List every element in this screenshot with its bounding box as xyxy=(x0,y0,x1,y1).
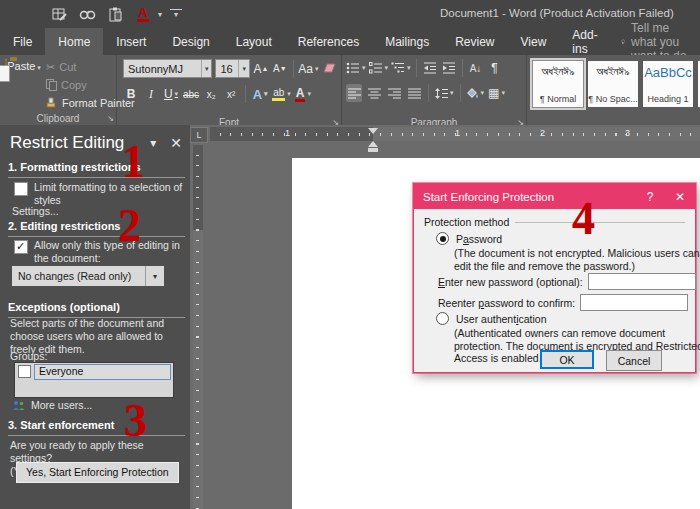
tab-layout[interactable]: Layout xyxy=(223,28,285,55)
more-users-link[interactable]: More users... xyxy=(12,399,92,411)
superscript-button[interactable]: x² xyxy=(223,85,239,103)
justify-button[interactable] xyxy=(406,84,422,102)
numbering-button[interactable] xyxy=(369,59,389,77)
password-note: (The document is not encrypted. Maliciou… xyxy=(454,247,700,272)
paste-icon xyxy=(5,59,7,73)
pane-options-dropdown-icon[interactable]: ▾ xyxy=(150,136,156,150)
user-authentication-radio-row[interactable]: User authentication xyxy=(436,312,547,325)
text-effects-button[interactable]: A xyxy=(252,85,268,103)
table-edit-icon[interactable] xyxy=(50,5,68,23)
chevron-down-icon[interactable]: ▾ xyxy=(201,60,212,77)
change-case-button[interactable]: Aa xyxy=(299,60,318,78)
cancel-button[interactable]: Cancel xyxy=(606,350,662,371)
font-color-dropdown-icon[interactable]: ▾ xyxy=(158,10,162,19)
tab-references[interactable]: References xyxy=(285,28,372,55)
copy-icon xyxy=(46,79,57,91)
sort-button[interactable]: A↓ xyxy=(468,59,484,77)
dialog-title: Start Enforcing Protection xyxy=(423,191,554,203)
style-normal[interactable]: অধইনঈ৯ ¶ Normal xyxy=(533,61,583,107)
decrease-indent-button[interactable] xyxy=(422,59,438,77)
people-icon xyxy=(12,400,25,410)
everyone-checkbox[interactable] xyxy=(18,365,31,378)
clipboard-dialog-launcher-icon[interactable]: ↘ xyxy=(107,114,114,123)
tab-selector-box[interactable]: L xyxy=(190,127,208,143)
style-no-spacing[interactable]: অধইনঈ৯ ¶ No Spac... xyxy=(588,61,638,107)
style-heading-1[interactable]: AaBbCc Heading 1 xyxy=(643,61,693,107)
groups-listbox[interactable]: Everyone xyxy=(14,362,174,398)
hanging-indent-marker[interactable] xyxy=(368,141,378,147)
tab-add-ins[interactable]: Add-ins xyxy=(559,28,610,55)
customize-qat-icon[interactable]: ▾ xyxy=(170,9,182,19)
enter-password-input[interactable] xyxy=(588,273,696,290)
font-name-combo[interactable]: SutonnyMJ▾ xyxy=(123,59,212,78)
tab-view[interactable]: View xyxy=(508,28,560,55)
bullets-button[interactable] xyxy=(346,59,366,77)
ribbon: Paste ✂Cut Copy Format Painter Clipboard… xyxy=(0,55,700,126)
clear-formatting-button[interactable] xyxy=(321,60,337,78)
reenter-password-input[interactable] xyxy=(580,294,688,311)
show-hide-pilcrow-button[interactable]: ¶ xyxy=(487,59,503,77)
chevron-down-icon[interactable]: ▾ xyxy=(238,60,249,77)
left-indent-marker[interactable] xyxy=(368,148,378,152)
tab-review[interactable]: Review xyxy=(442,28,507,55)
multilevel-list-icon xyxy=(391,62,405,74)
tab-home[interactable]: Home xyxy=(45,28,103,55)
tab-design[interactable]: Design xyxy=(159,28,222,55)
decrease-indent-icon xyxy=(423,62,437,74)
tell-me-box[interactable]: Tell me what you want to do xyxy=(611,28,700,55)
dialog-titlebar: Start Enforcing Protection ? ✕ xyxy=(414,184,695,209)
password-radio-label: Password xyxy=(456,233,502,245)
dialog-close-icon[interactable]: ✕ xyxy=(665,184,695,209)
font-color-icon[interactable]: A xyxy=(134,5,152,23)
annotation-1: 1 xyxy=(122,141,145,183)
everyone-label: Everyone xyxy=(34,364,171,380)
borders-button[interactable]: ▦ xyxy=(488,84,505,102)
highlight-color-button[interactable]: ab xyxy=(272,85,291,103)
numbered-list-icon xyxy=(369,62,383,74)
font-color-button[interactable]: A xyxy=(295,85,311,103)
first-line-indent-marker[interactable] xyxy=(368,128,378,134)
chevron-down-icon[interactable]: ▾ xyxy=(145,266,164,286)
pane-close-icon[interactable]: ✕ xyxy=(170,135,182,151)
settings-link[interactable]: Settings... xyxy=(12,205,59,217)
underline-button[interactable]: U xyxy=(163,85,179,103)
line-spacing-icon xyxy=(435,88,448,99)
tab-file[interactable]: File xyxy=(0,28,45,55)
clipboard-icon[interactable] xyxy=(106,5,124,23)
shrink-font-button[interactable]: A▼ xyxy=(272,60,288,78)
start-enforcing-protection-dialog: Start Enforcing Protection ? ✕ Protectio… xyxy=(413,183,696,373)
lightbulb-icon xyxy=(621,35,625,49)
start-enforcing-protection-button[interactable]: Yes, Start Enforcing Protection xyxy=(16,462,179,483)
limit-formatting-checkbox[interactable] xyxy=(14,182,28,196)
align-left-button[interactable] xyxy=(346,84,362,102)
italic-button[interactable]: I xyxy=(143,85,159,103)
allow-editing-checkbox[interactable] xyxy=(14,240,28,254)
limit-formatting-label: Limit formatting to a selection of style… xyxy=(34,181,184,207)
password-radio-row[interactable]: Password xyxy=(436,232,502,245)
dialog-help-icon[interactable]: ? xyxy=(635,184,665,209)
start-enforcement-heading: 3. Start enforcement xyxy=(8,419,185,436)
line-spacing-button[interactable] xyxy=(435,84,454,102)
increase-indent-button[interactable] xyxy=(441,59,457,77)
chain-links-icon[interactable] xyxy=(78,5,96,23)
grow-font-button[interactable]: A▲ xyxy=(253,60,269,78)
bold-button[interactable]: B xyxy=(123,85,139,103)
styles-group: অধইনঈ৯ ¶ Normal অধইনঈ৯ ¶ No Spac... AaBb… xyxy=(527,55,700,131)
editing-type-dropdown[interactable]: No changes (Read only) ▾ xyxy=(12,266,164,286)
align-right-button[interactable] xyxy=(386,84,402,102)
password-radio[interactable] xyxy=(436,232,449,245)
align-right-icon xyxy=(388,88,401,99)
paste-button[interactable]: Paste xyxy=(4,60,42,72)
tab-insert[interactable]: Insert xyxy=(103,28,159,55)
user-authentication-radio[interactable] xyxy=(436,312,449,325)
align-center-button[interactable] xyxy=(366,84,382,102)
shading-button[interactable] xyxy=(467,84,485,102)
ok-button[interactable]: OK xyxy=(540,350,594,369)
strikethrough-button[interactable]: abc xyxy=(183,85,199,103)
multilevel-list-button[interactable] xyxy=(391,59,411,77)
font-size-combo[interactable]: 16▾ xyxy=(215,59,249,78)
tab-mailings[interactable]: Mailings xyxy=(372,28,442,55)
group-row-everyone[interactable]: Everyone xyxy=(15,363,173,380)
ruler-number: 3 xyxy=(625,128,630,138)
subscript-button[interactable]: x₂ xyxy=(203,85,219,103)
